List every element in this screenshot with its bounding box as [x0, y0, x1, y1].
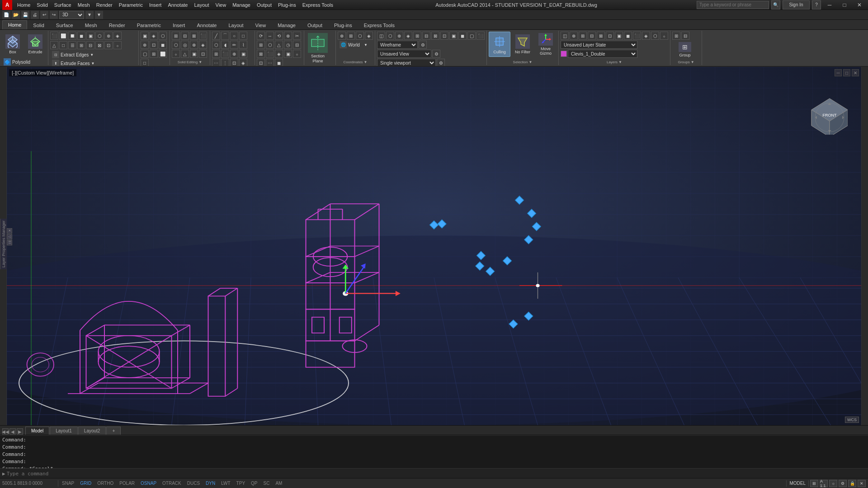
- view-icon-2[interactable]: ⬡: [386, 32, 394, 40]
- annotation-visibility-btn[interactable]: ☼: [829, 480, 837, 487]
- box-button[interactable]: Box: [2, 32, 24, 57]
- se-icon-8[interactable]: ◈: [199, 41, 207, 49]
- solid-icon-5[interactable]: ▣: [86, 32, 94, 40]
- layer-state-select[interactable]: Unsaved Layer State: [561, 41, 637, 49]
- mod-icon-14[interactable]: ▣: [284, 50, 292, 58]
- menu-mesh[interactable]: Mesh: [75, 1, 93, 9]
- draw-icon-13[interactable]: ⋯: [212, 59, 220, 67]
- mod-icon-10[interactable]: ⊟: [293, 41, 301, 49]
- se-icon-9[interactable]: ⬦: [172, 50, 180, 58]
- qat-customize[interactable]: ▼: [95, 11, 103, 19]
- tab-mesh[interactable]: Mesh: [79, 21, 103, 29]
- layer-manager-panel[interactable]: Layer Properties Manager: [0, 219, 7, 269]
- tab-add[interactable]: +: [106, 427, 121, 435]
- se-icon-3[interactable]: ⊠: [190, 32, 198, 40]
- tab-layout[interactable]: Layout: [222, 21, 249, 29]
- mod-icon-13[interactable]: ◈: [275, 50, 283, 58]
- mod-icon-5[interactable]: ✂: [293, 32, 301, 40]
- sign-in-button[interactable]: Sign In: [783, 0, 810, 9]
- group-icon-1[interactable]: ⊞: [672, 32, 680, 40]
- se-icon-4[interactable]: ⬛: [199, 32, 207, 40]
- draw-icon-16[interactable]: ◈: [239, 59, 247, 67]
- mesh-icon-7[interactable]: ▢: [141, 50, 149, 58]
- mesh-icon-3[interactable]: ⬡: [159, 32, 167, 40]
- extrude-faces-button[interactable]: ⬆ Extrude Faces▼: [50, 59, 96, 67]
- solid-icon-7[interactable]: ⊕: [104, 32, 113, 40]
- new-file-button[interactable]: 📄: [2, 11, 10, 19]
- tab-surface[interactable]: Surface: [50, 21, 79, 29]
- layer-icon-5[interactable]: ⊠: [597, 32, 605, 40]
- extrude-button[interactable]: Extrude: [24, 32, 46, 57]
- visual-style-settings[interactable]: ⚙: [419, 41, 427, 49]
- solid-icon-14[interactable]: ⊠: [95, 41, 104, 49]
- move-gizmo-button[interactable]: Move Gizmo: [535, 32, 557, 57]
- viewport-restore[interactable]: ─: [835, 69, 842, 76]
- mod-icon-9[interactable]: ◷: [284, 41, 292, 49]
- view-icon-7[interactable]: ⊠: [431, 32, 439, 40]
- mod-icon-11[interactable]: ⊠: [257, 50, 265, 58]
- coord-icon-4[interactable]: ◈: [365, 32, 373, 40]
- section-plane-button[interactable]: Section Plane: [306, 32, 330, 65]
- viewport-settings[interactable]: ⚙: [437, 59, 445, 67]
- mod-icon-17[interactable]: ⋯: [266, 59, 274, 67]
- menu-insert[interactable]: Insert: [146, 1, 165, 9]
- save-button[interactable]: 💾: [21, 11, 29, 19]
- menu-parametric[interactable]: Parametric: [116, 1, 146, 9]
- search-input[interactable]: [697, 1, 769, 9]
- sc-toggle[interactable]: SC: [261, 480, 272, 487]
- mesh-icon-10[interactable]: □: [141, 59, 149, 67]
- annotation-scale-btn[interactable]: A 1:1: [820, 480, 828, 487]
- tab-solid[interactable]: Solid: [27, 21, 50, 29]
- mesh-icon-5[interactable]: ⊡: [150, 41, 158, 49]
- viewport-header[interactable]: [-][Custom View][Wireframe]: [9, 69, 76, 76]
- draw-icon-8[interactable]: ⌇: [239, 41, 247, 49]
- mesh-icon-2[interactable]: ◈: [150, 32, 158, 40]
- side-btn-3[interactable]: ☰: [7, 240, 12, 245]
- draw-icon-3[interactable]: ○: [230, 32, 238, 40]
- visual-style-select[interactable]: Wireframe: [377, 41, 418, 49]
- minimize-button[interactable]: ─: [823, 0, 836, 10]
- view-settings[interactable]: ⚙: [432, 50, 440, 58]
- viewport-config-btn[interactable]: ⊞: [810, 480, 818, 487]
- menu-surface[interactable]: Surface: [52, 1, 74, 9]
- viewport-close[interactable]: ✕: [852, 69, 859, 76]
- tab-annotate[interactable]: Annotate: [191, 21, 222, 29]
- menu-output[interactable]: Output: [254, 1, 274, 9]
- tab-output[interactable]: Output: [302, 21, 328, 29]
- workspace-selector[interactable]: 3D: [59, 11, 84, 19]
- view-icon-11[interactable]: ▢: [467, 32, 476, 40]
- menu-view[interactable]: View: [213, 1, 229, 9]
- draw-icon-2[interactable]: ⌒: [221, 32, 229, 40]
- layer-icon-4[interactable]: ⊟: [588, 32, 596, 40]
- mod-icon-2[interactable]: ↔: [266, 32, 274, 40]
- solid-icon-8[interactable]: ◈: [113, 32, 122, 40]
- coord-icon-2[interactable]: ⊞: [347, 32, 355, 40]
- world-button[interactable]: 🌐 World ▼: [338, 41, 369, 49]
- se-icon-2[interactable]: ⊟: [181, 32, 189, 40]
- tab-render[interactable]: Render: [103, 21, 131, 29]
- ortho-toggle[interactable]: ORTHO: [95, 480, 116, 487]
- se-icon-1[interactable]: ⊞: [172, 32, 180, 40]
- draw-icon-4[interactable]: □: [239, 32, 247, 40]
- draw-icon-9[interactable]: ⊞: [212, 50, 220, 58]
- menu-express-tools[interactable]: Express Tools: [300, 1, 336, 9]
- mesh-icon-6[interactable]: ◼: [159, 41, 167, 49]
- workspace-settings-btn[interactable]: ⚙: [839, 480, 847, 487]
- se-icon-12[interactable]: ⊡: [199, 50, 207, 58]
- tab-view[interactable]: View: [250, 21, 272, 29]
- info-button[interactable]: ?: [812, 0, 821, 9]
- mesh-icon-9[interactable]: ⬜: [159, 50, 167, 58]
- solid-icon-4[interactable]: ◼: [77, 32, 85, 40]
- mod-icon-6[interactable]: ⊞: [257, 41, 265, 49]
- solid-icon-9[interactable]: △: [50, 41, 58, 49]
- view-icon-4[interactable]: ◈: [404, 32, 412, 40]
- group-icon-2[interactable]: ⊟: [681, 32, 689, 40]
- group-button[interactable]: ⊞ Group: [672, 41, 698, 59]
- polar-toggle[interactable]: POLAR: [117, 480, 137, 487]
- solid-icon-11[interactable]: ☰: [68, 41, 76, 49]
- viewport-select[interactable]: Single viewport: [377, 59, 436, 67]
- solid-icon-15[interactable]: ⊡: [104, 41, 113, 49]
- mod-icon-18[interactable]: ◼: [275, 59, 283, 67]
- maximize-button[interactable]: □: [838, 0, 851, 10]
- lwt-toggle[interactable]: LWT: [219, 480, 232, 487]
